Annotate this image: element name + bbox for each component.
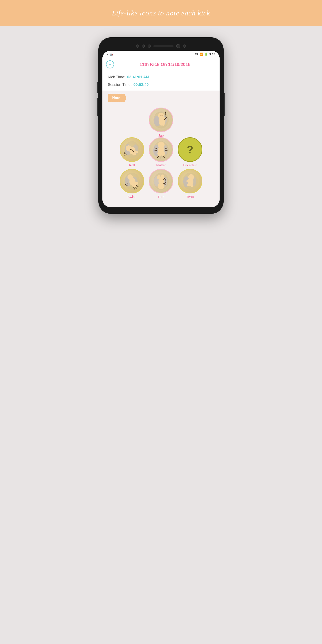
svg-point-6 <box>162 115 162 116</box>
kick-icon-twist[interactable]: Twist <box>178 169 202 198</box>
kick-time-label: Kick Time: <box>108 75 125 80</box>
flutter-label: Flutter <box>156 163 166 167</box>
time-display: 3:05 <box>209 52 215 56</box>
status-bar: ▪ 🤖 LTE 📶 🔋 3:05 <box>102 51 220 58</box>
kick-time-row: Kick Time: 03:41:01 AM <box>108 75 214 80</box>
swish-label: Swish <box>128 195 136 198</box>
kick-icon-flutter[interactable]: Flutter <box>149 137 173 167</box>
back-arrow-icon: ← <box>108 62 112 67</box>
kick-icon-swish[interactable]: Swish <box>120 169 144 198</box>
twist-label: Twist <box>186 195 194 198</box>
banner-text: Life-like icons to note each kick <box>4 9 318 17</box>
side-button-volume-up <box>96 82 98 93</box>
page-title: 11th Kick On 11/10/2018 <box>114 62 216 67</box>
camera-dot-2 <box>142 44 145 48</box>
svg-line-23 <box>124 154 126 156</box>
kick-icons-section: Jab <box>102 105 220 207</box>
turn-circle <box>149 169 173 194</box>
kick-icon-jab[interactable]: Jab <box>149 108 173 137</box>
uncertain-label: Uncertain <box>183 163 197 167</box>
twist-svg <box>181 172 200 191</box>
jab-svg <box>152 110 170 130</box>
roll-svg <box>122 140 142 159</box>
roll-label: Roll <box>129 163 135 167</box>
note-label: Note <box>112 96 120 100</box>
status-left: ▪ 🤖 <box>107 53 113 56</box>
side-button-volume-down <box>96 98 98 116</box>
turn-label: Turn <box>158 195 164 198</box>
signal-icon: 📶 <box>200 52 203 56</box>
kick-icon-turn[interactable]: Turn <box>149 169 173 198</box>
svg-point-18 <box>126 145 132 151</box>
kick-time-value: 03:41:01 AM <box>127 75 149 80</box>
phone-screen: ▪ 🤖 LTE 📶 🔋 3:05 ← 11th Kick On 11/10/20… <box>102 51 220 207</box>
jab-circle <box>149 108 173 132</box>
camera-dot-3 <box>148 44 151 48</box>
turn-svg <box>152 172 170 191</box>
svg-marker-13 <box>164 111 166 113</box>
note-banner-container: Note <box>102 90 220 105</box>
jab-label: Jab <box>158 134 164 137</box>
sim-icon: ▪ <box>107 53 108 56</box>
speaker-bar <box>154 45 174 47</box>
back-button[interactable]: ← <box>106 60 114 68</box>
android-icon: 🤖 <box>110 53 113 56</box>
question-mark-icon: ? <box>187 144 193 156</box>
svg-point-4 <box>158 113 164 119</box>
flutter-circle <box>149 137 173 162</box>
phone-device: ▪ 🤖 LTE 📶 🔋 3:05 ← 11th Kick On 11/10/20… <box>98 37 224 214</box>
row-jab: Jab <box>107 108 215 137</box>
session-time-value: 00:52:40 <box>134 82 149 87</box>
svg-point-5 <box>160 115 160 116</box>
status-right: LTE 📶 🔋 3:05 <box>194 52 215 56</box>
row-bottom: Swish <box>107 169 215 198</box>
note-banner: Note <box>108 94 126 102</box>
app-header: ← 11th Kick On 11/10/2018 <box>102 58 220 71</box>
camera-dot-1 <box>136 44 139 48</box>
kick-icon-uncertain[interactable]: ? Uncertain <box>178 137 202 167</box>
lte-badge: LTE <box>194 53 198 56</box>
flutter-svg <box>152 140 170 159</box>
row-middle: Roll <box>107 137 215 167</box>
camera-dot-front <box>176 44 180 48</box>
battery-icon: 🔋 <box>204 52 208 56</box>
info-section: Kick Time: 03:41:01 AM Session Time: 00:… <box>102 71 220 90</box>
twist-circle <box>178 169 202 194</box>
swish-circle <box>120 169 144 194</box>
camera-dot-4 <box>183 44 186 48</box>
top-banner: Life-like icons to note each kick <box>0 0 322 26</box>
side-button-power <box>224 93 226 116</box>
swish-svg <box>122 172 142 191</box>
session-time-row: Session Time: 00:52:40 <box>108 82 214 87</box>
kick-icon-roll[interactable]: Roll <box>120 137 144 167</box>
roll-circle <box>120 137 144 162</box>
phone-notch <box>102 42 220 51</box>
session-time-label: Session Time: <box>108 82 132 87</box>
uncertain-circle: ? <box>178 137 202 162</box>
